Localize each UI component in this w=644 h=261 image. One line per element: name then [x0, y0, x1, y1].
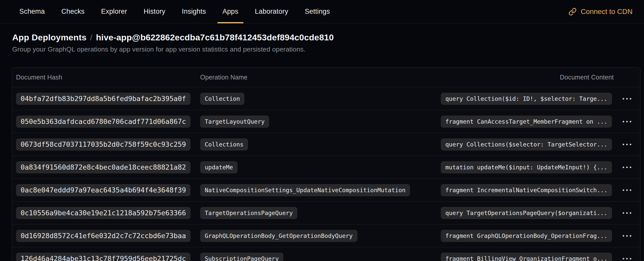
nav-tab-schema[interactable]: Schema	[14, 0, 50, 23]
operation-name-badge: GraphQLOperationBody_GetOperationBodyQue…	[200, 230, 357, 242]
row-menu-button[interactable]	[618, 93, 636, 105]
row-menu-button[interactable]	[618, 184, 636, 196]
table-row: 0673df58cd7037117035b2d0c758f59c0c93c259…	[12, 133, 640, 156]
document-hash-badge: 0d16928d8572c41ef6e032d2c7c72ccbd6e73baa	[16, 230, 191, 242]
connect-to-cdn-link[interactable]: Connect to CDN	[568, 0, 633, 23]
document-content-badge: fragment GraphQLOperationBody_OperationF…	[441, 230, 612, 242]
nav-tab-insights[interactable]: Insights	[177, 0, 211, 23]
column-header-document-content: Document Content	[441, 74, 614, 81]
nav-tab-laboratory[interactable]: Laboratory	[250, 0, 293, 23]
operation-name-badge: Collection	[200, 93, 244, 105]
document-hash-badge: 0ac8e047eddd97a97eac6435a4b694f4e3648f39	[16, 184, 191, 196]
app-deployments-table: Document Hash Operation Name Document Co…	[12, 67, 640, 261]
link-icon	[568, 8, 577, 16]
operation-name-badge: SubscriptionPageQuery	[200, 253, 283, 261]
breadcrumb-app-version: hive-app@b622862ecdba7c61b78f412453def89…	[96, 32, 334, 42]
operation-name-badge: Collections	[200, 138, 248, 151]
column-header-operation-name: Operation Name	[200, 74, 437, 81]
table-row: 04bfa72dfb83b297dd8a5b6fed9bafac2b395a0f…	[12, 87, 640, 110]
document-content-badge: fragment BillingView_OrganizationFragmen…	[441, 253, 612, 261]
breadcrumb: App Deployments / hive-app@b622862ecdba7…	[12, 32, 632, 42]
nav-tab-settings[interactable]: Settings	[300, 0, 335, 23]
page-head: App Deployments / hive-app@b622862ecdba7…	[0, 23, 644, 53]
table-row: 0a834f91560d872e8c4bec0ade18ceec88821a82…	[12, 156, 640, 179]
table-header-row: Document Hash Operation Name Document Co…	[12, 68, 640, 87]
nav-tab-apps[interactable]: Apps	[217, 0, 243, 23]
document-hash-badge: 050e5b363dafdcacd6780e706cadf771d06a867c	[16, 116, 191, 128]
connect-to-cdn-label: Connect to CDN	[581, 8, 633, 16]
document-hash-badge: 04bfa72dfb83b297dd8a5b6fed9bafac2b395a0f	[16, 93, 191, 105]
table-row: 050e5b363dafdcacd6780e706cadf771d06a867c…	[12, 110, 640, 133]
document-content-badge: fragment IncrementalNativeCompositionSwi…	[441, 184, 612, 196]
nav-tab-explorer[interactable]: Explorer	[96, 0, 132, 23]
page-subtitle: Group your GraphQL operations by app ver…	[12, 45, 632, 53]
operation-name-badge: TargetLayoutQuery	[200, 116, 269, 128]
operation-name-badge: TargetOperationsPageQuery	[200, 207, 297, 219]
row-menu-button[interactable]	[618, 207, 636, 219]
document-content-badge: fragment CanAccessTarget_MemberFragment …	[441, 116, 612, 128]
nav-spacer	[335, 0, 568, 23]
table-row: 126d46a4284abe31c13c78f7959d56eeb21725dc…	[12, 247, 640, 261]
row-menu-button[interactable]	[618, 161, 636, 173]
operation-name-badge: updateMe	[200, 161, 238, 173]
document-content-badge: mutation updateMe($input: UpdateMeInput!…	[441, 161, 612, 173]
row-menu-button[interactable]	[618, 230, 636, 242]
document-content-badge: query Collection($id: ID!, $selector: Ta…	[441, 93, 612, 105]
column-header-document-hash: Document Hash	[16, 74, 196, 81]
document-content-badge: query TargetOperationsPageQuery($organiz…	[441, 207, 612, 219]
document-hash-badge: 0a834f91560d872e8c4bec0ade18ceec88821a82	[16, 161, 191, 173]
document-hash-badge: 126d46a4284abe31c13c78f7959d56eeb21725dc	[16, 253, 191, 261]
row-menu-button[interactable]	[618, 138, 636, 151]
table-row: 0c10556a9be4ca30e19e21c1218a592b75e63366…	[12, 202, 640, 224]
document-content-badge: query Collections($selector: TargetSelec…	[441, 138, 612, 151]
nav-tab-history[interactable]: History	[139, 0, 170, 23]
row-menu-button[interactable]	[618, 253, 636, 261]
row-menu-button[interactable]	[618, 116, 636, 128]
operation-name-badge: NativeCompositionSettings_UpdateNativeCo…	[200, 184, 410, 196]
nav-tab-checks[interactable]: Checks	[56, 0, 90, 23]
top-navigation: Schema Checks Explorer History Insights …	[0, 0, 644, 23]
document-hash-badge: 0c10556a9be4ca30e19e21c1218a592b75e63366	[16, 207, 191, 219]
breadcrumb-separator: /	[90, 33, 92, 42]
table-row: 0ac8e047eddd97a97eac6435a4b694f4e3648f39…	[12, 179, 640, 202]
nav-tabs: Schema Checks Explorer History Insights …	[14, 0, 335, 23]
document-hash-badge: 0673df58cd7037117035b2d0c758f59c0c93c259	[16, 138, 191, 151]
breadcrumb-section[interactable]: App Deployments	[12, 32, 86, 42]
table-row: 0d16928d8572c41ef6e032d2c7c72ccbd6e73baa…	[12, 224, 640, 247]
